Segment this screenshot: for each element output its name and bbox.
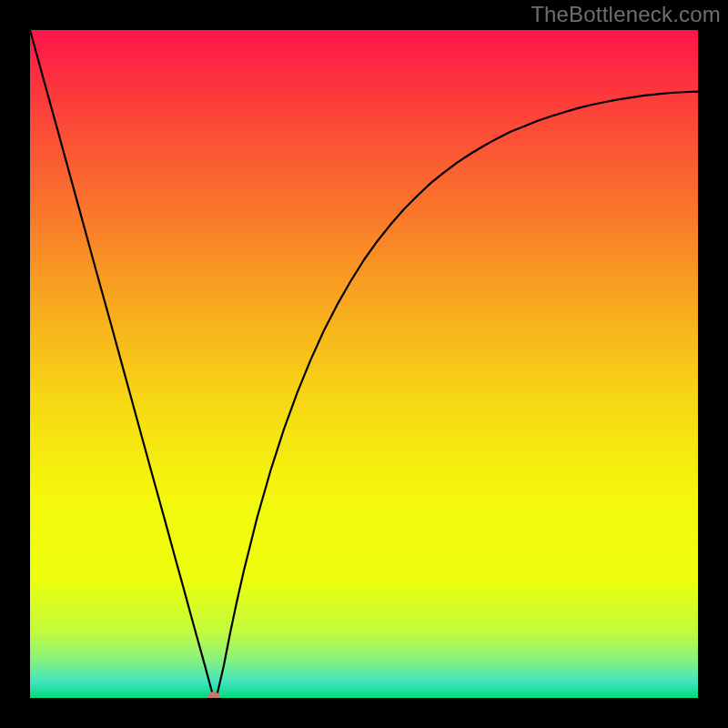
watermark-text: TheBottleneck.com — [531, 2, 721, 27]
chart-frame: TheBottleneck.com — [0, 0, 728, 728]
chart-plot — [30, 30, 698, 698]
gradient-background — [30, 30, 698, 698]
